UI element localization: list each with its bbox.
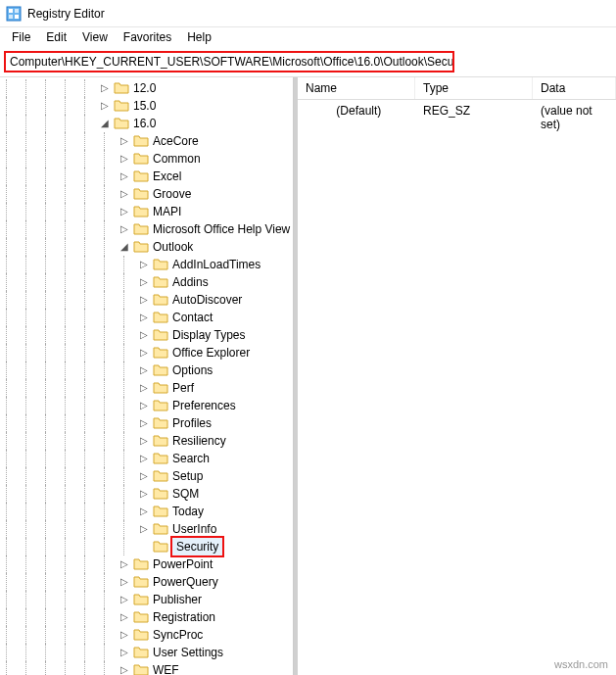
expander-closed-icon[interactable]: ▷ (98, 81, 112, 95)
tree-node-v15[interactable]: ▷ 15.0 (0, 97, 293, 115)
tree-node-groove[interactable]: ▷ Groove (0, 185, 293, 203)
expander-closed-icon[interactable]: ▷ (98, 99, 112, 113)
tree-node-excel[interactable]: ▷ Excel (0, 168, 293, 185)
expander-closed-icon[interactable]: ▷ (118, 610, 131, 624)
tree-node-mapi[interactable]: ▷ MAPI (0, 203, 293, 220)
expander-closed-icon[interactable]: ▷ (118, 152, 131, 166)
tree-node-v16[interactable]: ◢ 16.0 (0, 115, 293, 132)
tree-node-addinloadtimes[interactable]: ▷ AddInLoadTimes (0, 256, 293, 273)
tree-label: Search (170, 450, 212, 467)
tree-node-contact[interactable]: ▷ Contact (0, 309, 293, 326)
tree-node-usersettings[interactable]: ▷ User Settings (0, 644, 293, 661)
folder-icon (133, 186, 149, 202)
tree-node-resiliency[interactable]: ▷ Resiliency (0, 432, 293, 450)
menu-view[interactable]: View (76, 28, 114, 46)
tree-label: Common (151, 150, 203, 168)
address-input[interactable]: Computer\HKEY_CURRENT_USER\SOFTWARE\Micr… (4, 51, 454, 72)
tree-node-publisher[interactable]: ▷ Publisher (0, 591, 293, 608)
expander-closed-icon[interactable]: ▷ (118, 593, 131, 606)
expander-closed-icon[interactable]: ▷ (118, 663, 131, 675)
expander-closed-icon[interactable]: ▷ (137, 452, 151, 465)
expander-closed-icon[interactable]: ▷ (118, 557, 131, 571)
expander-closed-icon[interactable]: ▷ (118, 222, 131, 236)
expander-open-icon[interactable]: ◢ (98, 117, 112, 130)
tree-node-addins[interactable]: ▷ Addins (0, 273, 293, 291)
expander-closed-icon[interactable]: ▷ (137, 487, 151, 501)
expander-closed-icon[interactable]: ▷ (137, 311, 151, 324)
tree-label: 15.0 (131, 97, 158, 115)
tree-node-powerpoint[interactable]: ▷ PowerPoint (0, 555, 293, 573)
tree-node-powerquery[interactable]: ▷ PowerQuery (0, 573, 293, 591)
expander-closed-icon[interactable]: ▷ (137, 505, 151, 518)
expander-closed-icon[interactable]: ▷ (137, 328, 151, 342)
folder-icon (153, 521, 168, 537)
expander-closed-icon[interactable]: ▷ (137, 522, 151, 536)
folder-icon (153, 486, 168, 502)
expander-open-icon[interactable]: ◢ (118, 240, 131, 254)
value-row[interactable]: ab (Default) REG_SZ (value not set) (298, 100, 616, 135)
tree-node-options[interactable]: ▷ Options (0, 362, 293, 379)
tree-node-outlook[interactable]: ◢ Outlook (0, 238, 293, 256)
expander-closed-icon[interactable]: ▷ (118, 575, 131, 589)
menu-file[interactable]: File (6, 28, 36, 46)
expander-closed-icon[interactable]: ▷ (118, 628, 131, 642)
registry-tree: ▷ 12.0 ▷ 15.0 ◢ 16.0 ▷ AceCore ▷ Common … (0, 79, 293, 675)
tree-label: PowerQuery (151, 573, 220, 591)
value-data: (value not set) (533, 100, 616, 135)
tree-node-profiles[interactable]: ▷ Profiles (0, 414, 293, 432)
tree-label: Outlook (151, 238, 195, 256)
expander-closed-icon[interactable]: ▷ (118, 646, 131, 659)
tree-label: Options (170, 362, 214, 379)
expander-closed-icon[interactable]: ▷ (118, 134, 131, 148)
values-pane[interactable]: Name Type Data ab (Default) REG_SZ (valu… (298, 77, 616, 675)
tree-label: Today (170, 503, 206, 520)
expander-closed-icon[interactable]: ▷ (137, 346, 151, 360)
tree-node-syncproc[interactable]: ▷ SyncProc (0, 626, 293, 644)
tree-node-preferences[interactable]: ▷ Preferences (0, 397, 293, 414)
expander-closed-icon[interactable]: ▷ (118, 205, 131, 218)
tree-label: MAPI (151, 203, 183, 220)
tree-node-common[interactable]: ▷ Common (0, 150, 293, 168)
col-name[interactable]: Name (298, 77, 415, 99)
menu-help[interactable]: Help (181, 28, 217, 46)
expander-closed-icon[interactable]: ▷ (137, 363, 151, 377)
folder-icon (133, 169, 149, 184)
expander-closed-icon[interactable]: ▷ (137, 293, 151, 307)
tree-node-setup[interactable]: ▷ Setup (0, 467, 293, 485)
col-data[interactable]: Data (533, 77, 616, 99)
titlebar: Registry Editor (0, 0, 616, 27)
tree-pane[interactable]: ▷ 12.0 ▷ 15.0 ◢ 16.0 ▷ AceCore ▷ Common … (0, 77, 294, 675)
tree-node-wef[interactable]: ▷ WEF (0, 661, 293, 675)
tree-node-today[interactable]: ▷ Today (0, 503, 293, 520)
folder-icon (133, 609, 149, 625)
tree-node-autodiscover[interactable]: ▷ AutoDiscover (0, 291, 293, 309)
tree-node-v12[interactable]: ▷ 12.0 (0, 79, 293, 97)
svg-rect-4 (15, 15, 19, 19)
expander-closed-icon[interactable]: ▷ (137, 381, 151, 395)
menu-favorites[interactable]: Favorites (118, 28, 177, 46)
tree-node-perf[interactable]: ▷ Perf (0, 379, 293, 397)
tree-node-search[interactable]: ▷ Search (0, 450, 293, 467)
expander-closed-icon[interactable]: ▷ (137, 469, 151, 483)
menu-edit[interactable]: Edit (40, 28, 72, 46)
tree-node-officeexplorer[interactable]: ▷ Office Explorer (0, 344, 293, 362)
expander-closed-icon[interactable]: ▷ (137, 416, 151, 430)
tree-node-mohv[interactable]: ▷ Microsoft Office Help View (0, 220, 293, 238)
col-type[interactable]: Type (415, 77, 533, 99)
tree-node-sqm[interactable]: ▷ SQM (0, 485, 293, 503)
expander-closed-icon[interactable]: ▷ (137, 399, 151, 412)
tree-label: SQM (170, 485, 201, 503)
tree-node-registration[interactable]: ▷ Registration (0, 608, 293, 626)
tree-label: Excel (151, 168, 183, 185)
tree-node-displaytypes[interactable]: ▷ Display Types (0, 326, 293, 344)
expander-closed-icon[interactable]: ▷ (137, 258, 151, 271)
expander-closed-icon[interactable]: ▷ (118, 187, 131, 201)
tree-label: Microsoft Office Help View (151, 220, 292, 238)
tree-node-acecore[interactable]: ▷ AceCore (0, 132, 293, 150)
expander-closed-icon[interactable]: ▷ (137, 275, 151, 289)
expander-closed-icon[interactable]: ▷ (118, 169, 131, 183)
expander-closed-icon[interactable]: ▷ (137, 434, 151, 448)
tree-node-security[interactable]: Security (0, 538, 293, 555)
tree-node-userinfo[interactable]: ▷ UserInfo (0, 520, 293, 538)
tree-label: Profiles (170, 414, 213, 432)
